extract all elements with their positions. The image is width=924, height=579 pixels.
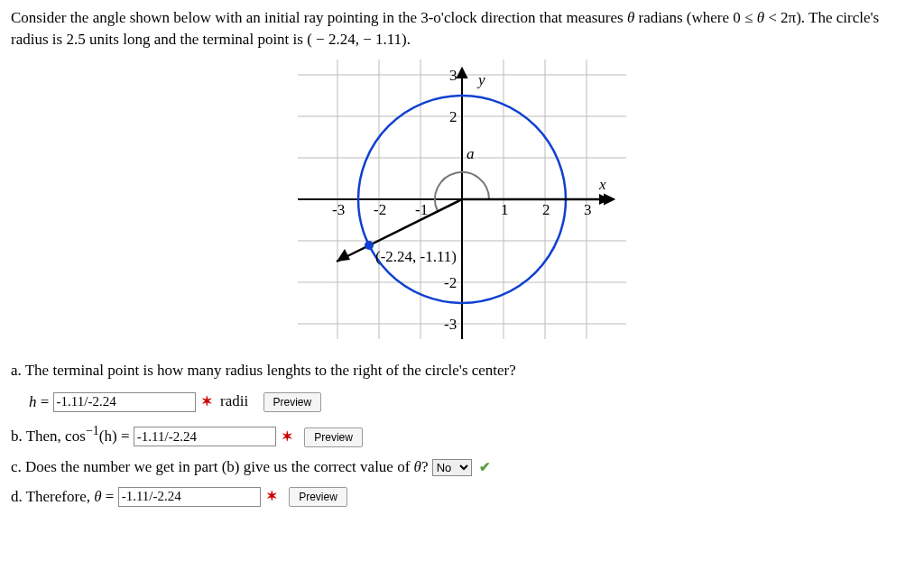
theta-var-d: θ <box>94 487 101 504</box>
var-h: h <box>29 392 37 409</box>
theta-var-2: θ <box>757 9 764 26</box>
svg-text:y: y <box>476 71 485 88</box>
radii-unit: radii <box>220 392 248 409</box>
equals-sign: = <box>41 392 53 409</box>
svg-text:-2: -2 <box>444 274 457 291</box>
part-c-prompt-post: ? <box>421 458 429 475</box>
preview-button[interactable]: Preview <box>263 392 322 412</box>
part-b-prompt-post: (h) = <box>99 427 134 445</box>
svg-marker-15 <box>457 69 467 78</box>
question-intro: Consider the angle shown below with an i… <box>11 7 913 51</box>
svg-text:-2: -2 <box>374 201 386 218</box>
coordinate-plot: a y x -3 -2 -1 1 2 3 3 2 -2 -3 (-2.24, -… <box>298 60 626 339</box>
theta-var-c: θ <box>414 458 421 475</box>
svg-text:-1: -1 <box>415 201 428 218</box>
part-b: b. Then, cos−1(h) = ✶ Preview <box>11 423 913 447</box>
svg-text:-3: -3 <box>444 316 457 333</box>
svg-text:3: 3 <box>449 67 457 84</box>
part-a: a. The terminal point is how many radius… <box>11 362 913 413</box>
part-d-input[interactable] <box>118 487 261 507</box>
svg-text:2: 2 <box>542 201 550 218</box>
wrong-icon: ✶ <box>201 393 213 409</box>
part-d-prompt-post: = <box>102 487 118 504</box>
terminal-point-label: (-2.24, -1.11) <box>375 248 457 265</box>
terminal-point-dot <box>365 241 374 250</box>
svg-text:-3: -3 <box>332 201 345 218</box>
part-d-prompt-pre: d. Therefore, <box>11 487 94 504</box>
part-b-prompt-pre: b. Then, cos <box>11 427 86 445</box>
svg-text:2: 2 <box>449 108 457 125</box>
svg-text:x: x <box>598 176 606 193</box>
svg-text:1: 1 <box>501 201 509 218</box>
svg-text:3: 3 <box>584 201 592 218</box>
part-c-select[interactable]: No Yes <box>432 459 472 476</box>
part-b-input[interactable] <box>134 427 276 446</box>
part-c-prompt-pre: c. Does the number we get in part (b) gi… <box>11 458 414 475</box>
part-a-prompt: a. The terminal point is how many radius… <box>11 362 913 380</box>
wrong-icon: ✶ <box>282 428 293 444</box>
part-d: d. Therefore, θ = ✶ Preview <box>11 487 913 508</box>
part-c: c. Does the number we get in part (b) gi… <box>11 458 913 476</box>
svg-text:a: a <box>467 145 475 162</box>
preview-button[interactable]: Preview <box>289 487 347 507</box>
wrong-icon: ✶ <box>266 488 278 503</box>
inverse-sup: −1 <box>86 423 99 437</box>
graph-container: a y x -3 -2 -1 1 2 3 3 2 -2 -3 (-2.24, -… <box>11 60 913 344</box>
intro-text-1: Consider the angle shown below with an i… <box>11 9 627 26</box>
correct-icon: ✔ <box>479 459 491 474</box>
theta-var-1: θ <box>627 9 634 26</box>
part-a-input[interactable] <box>53 392 196 412</box>
intro-text-2: radians (where 0 ≤ <box>634 9 756 26</box>
preview-button[interactable]: Preview <box>304 427 363 447</box>
